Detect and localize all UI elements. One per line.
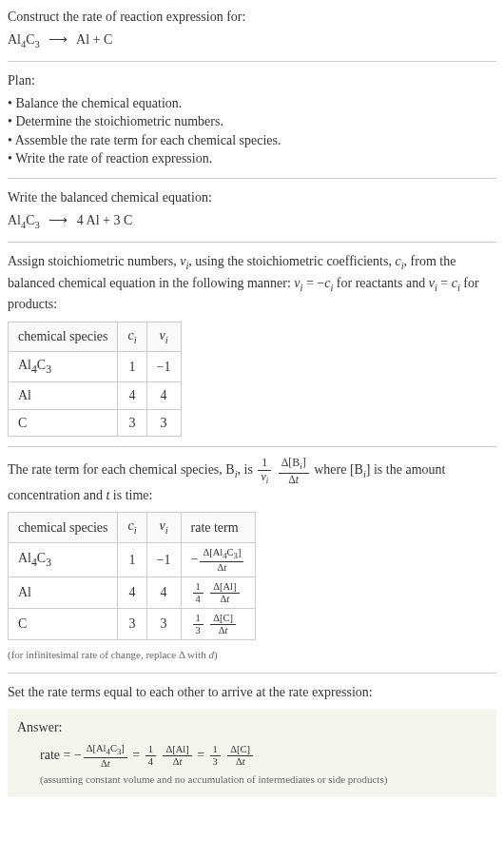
fraction: Δ[Bi] Δt bbox=[279, 457, 309, 485]
final-section: Set the rate terms equal to each other t… bbox=[8, 683, 496, 797]
divider bbox=[8, 178, 496, 179]
prompt-text: Construct the rate of reaction expressio… bbox=[8, 8, 496, 27]
col-nui: νi bbox=[146, 513, 181, 542]
stoich-section: Assign stoichiometric numbers, νi, using… bbox=[8, 252, 496, 437]
balanced-section: Write the balanced chemical equation: Al… bbox=[8, 188, 496, 232]
intro-section: Construct the rate of reaction expressio… bbox=[8, 8, 496, 51]
rateterm-section: The rate term for each chemical species,… bbox=[8, 457, 496, 662]
cell-rate: 14 Δ[Al]Δt bbox=[181, 577, 256, 609]
cell-nui: 3 bbox=[146, 609, 181, 640]
plan-section: Plan: • Balance the chemical equation. •… bbox=[8, 71, 496, 168]
cell-ci: 3 bbox=[118, 409, 146, 437]
cell-ci: 3 bbox=[118, 609, 146, 640]
arrow-icon: ⟶ bbox=[48, 32, 68, 47]
products: Al + C bbox=[76, 32, 112, 47]
product1: 4 Al bbox=[77, 213, 100, 227]
table-row: C 3 3 13 Δ[C]Δt bbox=[9, 609, 256, 640]
table-row: Al4C3 1 −1 bbox=[9, 352, 182, 382]
col-ci: ci bbox=[118, 513, 146, 542]
plan-list: • Balance the chemical equation. • Deter… bbox=[8, 94, 496, 168]
plan-item: • Write the rate of reaction expression. bbox=[8, 149, 496, 168]
table-row: C 3 3 bbox=[9, 409, 182, 437]
rateterm-table: chemical species ci νi rate term Al4C3 1… bbox=[8, 512, 256, 640]
product2: 3 C bbox=[113, 213, 132, 227]
unbalanced-equation: Al4C3 ⟶ Al + C bbox=[8, 30, 496, 51]
fraction: 1 νi bbox=[258, 457, 271, 485]
cell-species: C bbox=[9, 409, 118, 437]
cell-species: Al4C3 bbox=[9, 542, 118, 577]
col-nui: νi bbox=[146, 322, 181, 351]
cell-rate: 13 Δ[C]Δt bbox=[181, 609, 256, 640]
divider bbox=[8, 673, 496, 674]
cell-rate: −Δ[Al4C3]Δt bbox=[181, 542, 256, 577]
arrow-icon: ⟶ bbox=[48, 213, 68, 227]
balanced-heading: Write the balanced chemical equation: bbox=[8, 188, 496, 207]
answer-box: Answer: rate = −Δ[Al4C3]Δt = 14 Δ[Al]Δt … bbox=[8, 709, 496, 796]
table-row: Al4C3 1 −1 −Δ[Al4C3]Δt bbox=[9, 542, 256, 577]
plan-heading: Plan: bbox=[8, 71, 496, 90]
cell-ci: 1 bbox=[118, 352, 146, 382]
cell-ci: 4 bbox=[118, 577, 146, 609]
plan-item: • Determine the stoichiometric numbers. bbox=[8, 112, 496, 131]
col-rate: rate term bbox=[181, 513, 256, 542]
table-header-row: chemical species ci νi rate term bbox=[9, 513, 256, 542]
answer-label: Answer: bbox=[17, 718, 487, 737]
table-header-row: chemical species ci νi bbox=[9, 322, 182, 351]
stoich-table: chemical species ci νi Al4C3 1 −1 Al 4 4… bbox=[8, 322, 182, 438]
reactant: Al4C3 bbox=[8, 32, 40, 47]
cell-nui: 4 bbox=[146, 577, 181, 609]
table-row: Al 4 4 bbox=[9, 382, 182, 410]
plus: + bbox=[103, 213, 110, 227]
divider bbox=[8, 61, 496, 62]
cell-nui: 3 bbox=[146, 409, 181, 437]
plan-item: • Assemble the rate term for each chemic… bbox=[8, 131, 496, 150]
divider bbox=[8, 446, 496, 447]
col-species: chemical species bbox=[9, 513, 118, 542]
cell-species: C bbox=[9, 609, 118, 640]
answer-expression: rate = −Δ[Al4C3]Δt = 14 Δ[Al]Δt = 13 Δ[C… bbox=[40, 743, 487, 769]
table-row: Al 4 4 14 Δ[Al]Δt bbox=[9, 577, 256, 609]
rateterm-note: (for infinitesimal rate of change, repla… bbox=[8, 648, 496, 662]
cell-ci: 4 bbox=[118, 382, 146, 410]
col-species: chemical species bbox=[9, 322, 118, 351]
cell-ci: 1 bbox=[118, 542, 146, 577]
final-heading: Set the rate terms equal to each other t… bbox=[8, 683, 496, 702]
cell-species: Al4C3 bbox=[9, 352, 118, 382]
col-ci: ci bbox=[118, 322, 146, 351]
answer-note: (assuming constant volume and no accumul… bbox=[40, 772, 487, 787]
reactant: Al4C3 bbox=[8, 213, 40, 227]
rateterm-text: The rate term for each chemical species,… bbox=[8, 457, 496, 504]
cell-species: Al bbox=[9, 382, 118, 410]
cell-nui: −1 bbox=[146, 542, 181, 577]
balanced-equation: Al4C3 ⟶ 4 Al + 3 C bbox=[8, 211, 496, 232]
plan-item: • Balance the chemical equation. bbox=[8, 94, 496, 113]
cell-nui: 4 bbox=[146, 382, 181, 410]
cell-species: Al bbox=[9, 577, 118, 609]
cell-nui: −1 bbox=[146, 352, 181, 382]
stoich-text: Assign stoichiometric numbers, νi, using… bbox=[8, 252, 496, 314]
divider bbox=[8, 242, 496, 243]
